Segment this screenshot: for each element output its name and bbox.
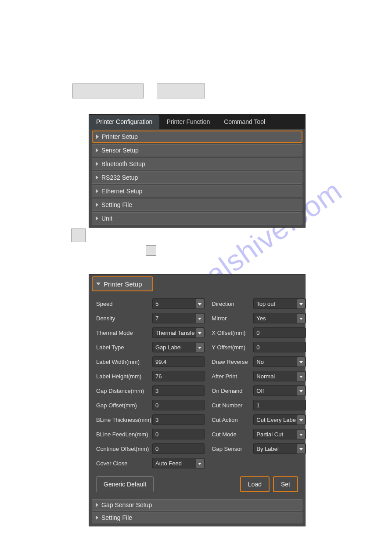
field-mirror: Mirror Yes [212,313,306,323]
chevron-down-icon [198,347,201,349]
printer-setup-panel: Printer Setup Speed 5 Density 7 [89,274,306,526]
label-cut-mode: Cut Mode [212,431,253,438]
accordion-label: Bluetooth Setup [101,160,145,167]
input-label-height[interactable]: 76 [152,371,205,381]
label-cover-close: Cover Close [96,460,152,467]
label-speed: Speed [96,301,152,307]
field-gap-sensor: Gap Sensor By Label [212,443,306,454]
placeholder-box-2 [157,83,205,98]
chevron-right-icon [96,189,98,193]
field-direction: Direction Top out [212,298,306,309]
select-direction[interactable]: Top out [253,298,306,309]
tab-printer-configuration[interactable]: Printer Configuration [89,115,159,129]
chevron-down-icon [198,332,201,334]
label-direction: Direction [212,301,253,307]
accordion-unit[interactable]: Unit [92,212,302,225]
input-bline-feedlen[interactable]: 0 [152,429,205,439]
select-label-type[interactable]: Gap Label [152,342,205,352]
chevron-down-icon [198,303,201,305]
select-value: Partial Cut [256,431,283,438]
select-speed[interactable]: 5 [152,298,205,309]
chevron-down-icon [299,419,303,421]
tab-command-tool[interactable]: Command Tool [217,115,272,129]
load-button[interactable]: Load [240,476,270,492]
select-cut-action[interactable]: Cut Every Labe [253,414,306,425]
form-column-right: Direction Top out Mirror Yes [212,298,306,468]
set-button[interactable]: Set [273,476,298,492]
panel-header-label: Printer Setup [104,280,142,288]
select-cover-close[interactable]: Auto Feed [152,458,205,468]
input-continue-offset[interactable]: 0 [152,443,205,454]
label-cut-action: Cut Action [212,417,253,423]
accordion-gap-sensor-setup[interactable]: Gap Sensor Setup [92,499,302,511]
field-draw-reverse: Draw Reverse No [212,356,306,367]
select-value: Yes [256,315,266,322]
chevron-right-icon [96,503,98,507]
accordion-label: Setting File [101,201,132,208]
field-gap-distance: Gap Distance(mm) 3 [96,385,205,396]
select-on-demand[interactable]: Off [253,385,306,396]
input-label-width[interactable]: 99.4 [152,356,205,367]
accordion-label: RS232 Setup [101,174,138,181]
placeholder-box-1 [72,83,144,98]
chevron-down-icon [299,376,303,378]
accordion-bluetooth-setup[interactable]: Bluetooth Setup [92,158,302,170]
field-y-offset: Y Offset(mm) 0 [212,342,306,352]
select-mirror[interactable]: Yes [253,313,306,323]
select-draw-reverse[interactable]: No [253,356,306,367]
tab-printer-function[interactable]: Printer Function [159,115,217,129]
field-thermal-mode: Thermal Mode Thermal Tansfe [96,327,205,338]
select-value: 5 [155,301,158,307]
dropdown-button-icon [297,314,305,323]
select-density[interactable]: 7 [152,313,205,323]
input-cut-number[interactable]: 1 [253,400,306,410]
accordion-setting-file[interactable]: Setting File [92,199,302,211]
field-cut-action: Cut Action Cut Every Labe [212,414,306,425]
footer-accordion: Gap Sensor Setup Setting File [92,499,302,523]
input-gap-distance[interactable]: 3 [152,385,205,396]
dropdown-button-icon [297,444,305,454]
dropdown-button-icon [297,357,305,367]
input-x-offset[interactable]: 0 [253,327,306,338]
label-y-offset: Y Offset(mm) [212,344,253,351]
select-cut-mode[interactable]: Partial Cut [253,429,306,439]
field-cut-number: Cut Number 1 [212,400,306,410]
input-bline-thickness[interactable]: 3 [152,414,205,425]
input-gap-offset[interactable]: 0 [152,400,205,410]
label-x-offset: X Offset(mm) [212,330,253,336]
chevron-right-icon [96,162,98,166]
select-value: Auto Feed [155,460,182,467]
panel-header-printer-setup[interactable]: Printer Setup [92,276,153,291]
select-value: Cut Every Labe [256,417,296,423]
chevron-down-icon [96,283,101,285]
chevron-right-icon [96,134,99,139]
select-gap-sensor[interactable]: By Label [253,443,306,454]
field-after-print: After Print Normal [212,371,306,381]
button-row: Generic Default Load Set [92,468,302,499]
placeholder-box-row [72,83,205,98]
generic-default-button[interactable]: Generic Default [96,476,154,492]
accordion-sensor-setup[interactable]: Sensor Setup [92,144,302,156]
input-y-offset[interactable]: 0 [253,342,306,352]
label-bline-feedlen: BLine FeedLen(mm) [96,431,152,438]
accordion-setting-file-footer[interactable]: Setting File [92,512,302,523]
accordion-ethernet-setup[interactable]: Ethernet Setup [92,185,302,197]
field-cover-close: Cover Close Auto Feed [96,458,205,468]
select-thermal-mode[interactable]: Thermal Tansfe [152,327,205,338]
chevron-right-icon [96,216,98,221]
accordion-label: Unit [101,215,112,222]
field-label-width: Label Width(mm) 99.4 [96,356,205,367]
chevron-down-icon [299,303,303,305]
select-after-print[interactable]: Normal [253,371,306,381]
label-after-print: After Print [212,373,253,380]
field-x-offset: X Offset(mm) 0 [212,327,306,338]
accordion-printer-setup[interactable]: Printer Setup [92,131,302,143]
label-thermal-mode: Thermal Mode [96,330,152,336]
accordion-rs232-setup[interactable]: RS232 Setup [92,171,302,184]
accordion-label: Gap Sensor Setup [101,501,152,508]
label-draw-reverse: Draw Reverse [212,359,253,365]
chevron-down-icon [299,390,303,392]
accordion-label: Sensor Setup [101,147,139,154]
field-cut-mode: Cut Mode Partial Cut [212,429,306,439]
placeholder-box-4 [146,245,156,256]
